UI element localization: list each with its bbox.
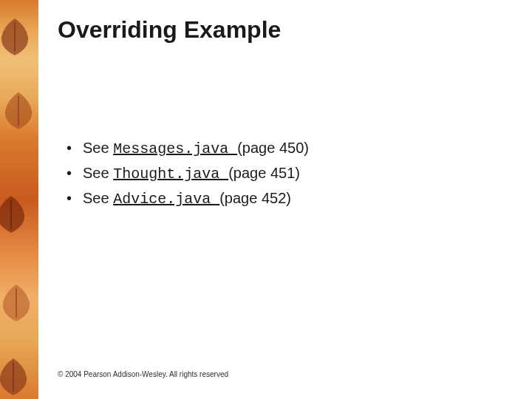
bullet-prefix: See [83, 190, 113, 206]
list-item: See Messages.java (page 450) [66, 140, 517, 157]
slide-content: Overriding Example See Messages.java (pa… [58, 16, 517, 215]
list-item: See Thought.java (page 451) [66, 165, 517, 183]
list-item: See Advice.java (page 452) [66, 190, 517, 208]
filename-link[interactable]: Messages.java [113, 140, 237, 157]
page-reference: (page 451) [228, 165, 300, 181]
bullet-prefix: See [83, 165, 113, 181]
filename-link[interactable]: Advice.java [113, 191, 219, 208]
bullet-list: See Messages.java (page 450) See Thought… [58, 140, 517, 208]
left-decorative-strip [0, 0, 38, 399]
filename-link[interactable]: Thought.java [113, 166, 228, 183]
leaf-icon [0, 15, 37, 59]
leaf-icon [0, 192, 33, 236]
page-reference: (page 452) [219, 190, 291, 206]
leaf-icon [0, 355, 35, 399]
leaf-icon [0, 281, 38, 325]
copyright-footer: © 2004 Pearson Addison-Wesley. All right… [58, 370, 228, 378]
page-reference: (page 450) [237, 140, 309, 156]
leaf-icon [0, 89, 38, 133]
slide-title: Overriding Example [58, 16, 517, 44]
bullet-prefix: See [83, 140, 113, 156]
